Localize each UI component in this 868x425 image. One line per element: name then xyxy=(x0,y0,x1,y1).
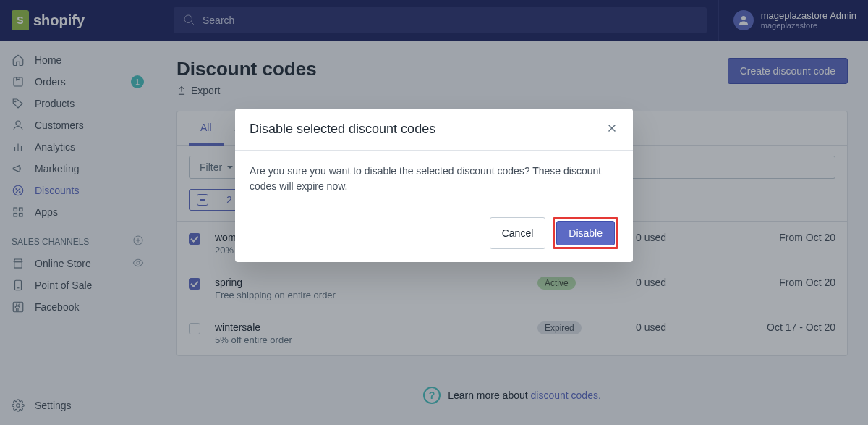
modal-header: Disable selected discount codes xyxy=(235,109,633,151)
modal-overlay: Disable selected discount codes Are you … xyxy=(0,0,868,425)
modal-body: Are you sure you want to disable the sel… xyxy=(235,151,633,207)
disable-codes-modal: Disable selected discount codes Are you … xyxy=(235,109,633,262)
disable-button[interactable]: Disable xyxy=(556,221,615,245)
modal-footer: Cancel Disable xyxy=(235,207,633,262)
modal-close-button[interactable] xyxy=(605,122,618,137)
modal-title: Disable selected discount codes xyxy=(250,122,435,137)
cancel-button[interactable]: Cancel xyxy=(490,217,546,249)
highlight-annotation: Disable xyxy=(553,217,618,249)
